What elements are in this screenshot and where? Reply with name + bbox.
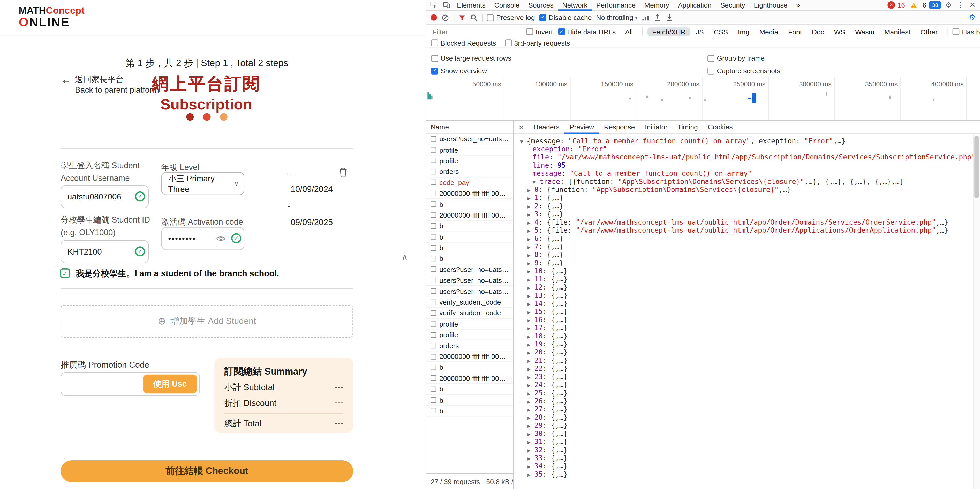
expand-arrow-icon[interactable]: ▶	[528, 398, 535, 406]
filter-type-fetch-xhr[interactable]: Fetch/XHR	[648, 27, 690, 36]
close-devtools-icon[interactable]: ✕	[968, 0, 977, 9]
request-row[interactable]: users?user_no=uatstu0…	[426, 134, 513, 145]
request-row[interactable]: b	[426, 221, 513, 232]
request-row[interactable]: 20000000-ffff-ffff-00…	[426, 351, 513, 362]
expand-arrow-icon[interactable]: ▶	[528, 317, 535, 325]
add-student-button[interactable]: ⊕ 增加學生 Add Student	[60, 305, 353, 338]
tab-initiator[interactable]: Initiator	[640, 121, 673, 134]
throttling-select[interactable]: No throttling▾	[596, 14, 638, 21]
request-row[interactable]: 20000000-ffff-ffff-00…	[426, 373, 513, 384]
filter-type-media[interactable]: Media	[755, 27, 783, 36]
filter-type-css[interactable]: CSS	[710, 27, 733, 36]
delete-student-icon[interactable]	[338, 167, 348, 177]
show-overview-checkbox[interactable]: Show overview	[431, 67, 708, 75]
checkout-button[interactable]: 前往結帳 Checkout	[60, 460, 353, 482]
search-icon[interactable]	[470, 14, 477, 21]
overview-strip[interactable]: 50000 ms100000 ms150000 ms200000 ms25000…	[426, 77, 980, 121]
request-row[interactable]: 20000000-ffff-ffff-00…	[426, 210, 513, 221]
filter-type-wasm[interactable]: Wasm	[851, 27, 879, 36]
show-password-eye-icon[interactable]	[216, 235, 226, 242]
request-row[interactable]: b	[426, 199, 513, 210]
expand-arrow-icon[interactable]: ▶	[528, 211, 535, 219]
expand-arrow-icon[interactable]: ▶	[528, 365, 535, 373]
more-tabs-icon[interactable]: »	[792, 0, 805, 10]
tab-sources[interactable]: Sources	[524, 0, 558, 10]
invert-filter-checkbox[interactable]: Invert	[526, 28, 553, 35]
expand-arrow-icon[interactable]: ▶	[528, 471, 535, 479]
expand-arrow-icon[interactable]: ▶	[528, 333, 535, 341]
third-party-checkbox[interactable]: 3rd-party requests	[505, 39, 570, 46]
filter-type-other[interactable]: Other	[916, 27, 942, 36]
expand-arrow-icon[interactable]: ▶	[528, 446, 535, 455]
request-row[interactable]: users?user_no=uatstu0…	[426, 264, 513, 275]
issues-badge[interactable]: 38	[929, 1, 941, 9]
request-row[interactable]: profile	[426, 330, 513, 341]
network-filter-input[interactable]	[431, 27, 521, 36]
collapse-chevron-icon[interactable]: ∧	[401, 252, 408, 263]
requests-header-name[interactable]: Name	[426, 121, 513, 134]
console-warning-icon[interactable]	[908, 0, 920, 10]
has-blocked-cookies-checkbox[interactable]: Has blocked cookies	[953, 28, 980, 35]
tab-application[interactable]: Application	[674, 0, 716, 10]
expand-arrow-icon[interactable]: ▶	[528, 284, 535, 292]
filter-type-img[interactable]: Img	[733, 27, 754, 36]
expand-arrow-icon[interactable]: ▶	[528, 349, 535, 357]
expand-arrow-icon[interactable]: ▶	[528, 438, 535, 446]
request-row[interactable]: verify_student_code	[426, 297, 513, 308]
more-options-icon[interactable]: ⋮	[956, 0, 966, 9]
expand-arrow-icon[interactable]: ▶	[528, 341, 535, 349]
tab-timing[interactable]: Timing	[673, 121, 703, 134]
request-row[interactable]: verify_student_code	[426, 308, 513, 319]
blocked-requests-checkbox[interactable]: Blocked Requests	[431, 39, 496, 46]
request-row[interactable]: b	[426, 253, 513, 264]
request-row[interactable]: b	[426, 406, 513, 417]
expand-arrow-icon[interactable]: ▶	[528, 292, 535, 300]
tab-elements[interactable]: Elements	[452, 0, 490, 10]
collapse-arrow-icon[interactable]: ▼	[532, 178, 539, 186]
filter-type-doc[interactable]: Doc	[808, 27, 829, 36]
expand-arrow-icon[interactable]: ▶	[528, 268, 535, 276]
request-row[interactable]: b	[426, 362, 513, 373]
tab-headers[interactable]: Headers	[528, 121, 565, 134]
request-row[interactable]: b	[426, 384, 513, 395]
tab-performance[interactable]: Performance	[592, 0, 640, 10]
promotion-code-input[interactable]	[61, 373, 152, 395]
request-row[interactable]: users?user_no=uatstu0…	[426, 286, 513, 297]
capture-screenshots-checkbox[interactable]: Capture screenshots	[708, 67, 975, 75]
expand-arrow-icon[interactable]: ▶	[528, 308, 535, 317]
expand-arrow-icon[interactable]: ▶	[528, 252, 535, 260]
expand-arrow-icon[interactable]: ▶	[528, 414, 535, 422]
details-scrollbar[interactable]	[973, 135, 980, 489]
tab-cookies[interactable]: Cookies	[703, 121, 738, 134]
expand-arrow-icon[interactable]: ▶	[528, 219, 535, 227]
expand-arrow-icon[interactable]: ▶	[528, 406, 535, 414]
level-select[interactable]: 小三 Primary Three ∨	[161, 172, 244, 195]
expand-arrow-icon[interactable]: ▶	[528, 381, 535, 389]
close-details-icon[interactable]: ×	[514, 123, 528, 132]
collapse-arrow-icon[interactable]: ▼	[520, 138, 527, 146]
device-toolbar-icon[interactable]	[440, 0, 452, 10]
expand-arrow-icon[interactable]: ▶	[528, 463, 535, 471]
scrollbar-thumb[interactable]	[974, 136, 979, 198]
expand-arrow-icon[interactable]: ▶	[528, 276, 535, 284]
tab-memory[interactable]: Memory	[640, 0, 674, 10]
expand-arrow-icon[interactable]: ▶	[528, 357, 535, 365]
expand-arrow-icon[interactable]: ▶	[528, 186, 535, 194]
hide-data-urls-checkbox[interactable]: Hide data URLs	[558, 28, 616, 35]
filter-type-ws[interactable]: WS	[830, 27, 850, 36]
expand-arrow-icon[interactable]: ▶	[528, 325, 535, 333]
console-error-icon[interactable]: ✕	[888, 1, 895, 9]
request-row[interactable]: code_pay	[426, 177, 513, 188]
expand-arrow-icon[interactable]: ▶	[528, 373, 535, 381]
carousel-dot-2[interactable]	[203, 113, 211, 121]
expand-arrow-icon[interactable]: ▶	[528, 194, 535, 202]
carousel-dot-1[interactable]	[186, 113, 194, 121]
clear-network-log-icon[interactable]	[441, 13, 449, 21]
expand-arrow-icon[interactable]: ▶	[528, 422, 535, 430]
large-rows-checkbox[interactable]: Use large request rows	[431, 54, 708, 62]
preserve-log-checkbox[interactable]: Preserve log	[487, 14, 535, 21]
filter-type-all[interactable]: All	[621, 27, 637, 36]
expand-arrow-icon[interactable]: ▶	[528, 243, 535, 251]
import-har-icon[interactable]	[654, 14, 662, 21]
tab-security[interactable]: Security	[716, 0, 749, 10]
